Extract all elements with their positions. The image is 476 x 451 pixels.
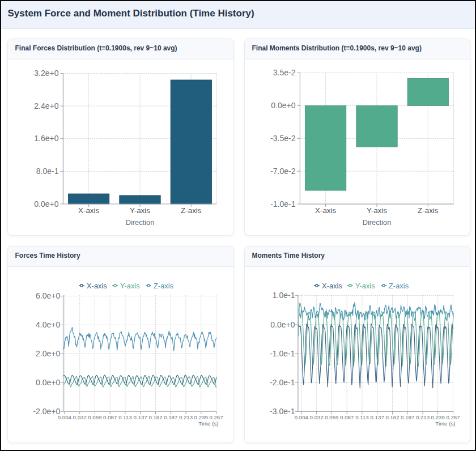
svg-text:-3.0e-1: -3.0e-1 bbox=[270, 407, 295, 416]
svg-text:0.187: 0.187 bbox=[401, 414, 414, 420]
svg-text:1.6e+0: 1.6e+0 bbox=[34, 134, 58, 143]
svg-text:Time (s): Time (s) bbox=[435, 420, 455, 427]
svg-text:0.187: 0.187 bbox=[164, 414, 177, 420]
svg-text:0.0e+0: 0.0e+0 bbox=[36, 378, 60, 387]
svg-text:0.113: 0.113 bbox=[355, 414, 369, 420]
svg-text:Direction: Direction bbox=[126, 218, 155, 227]
svg-text:0.213: 0.213 bbox=[416, 414, 430, 420]
svg-text:-1.0e-1: -1.0e-1 bbox=[270, 349, 295, 358]
svg-text:0.004: 0.004 bbox=[295, 414, 309, 420]
svg-text:0.087: 0.087 bbox=[103, 414, 117, 420]
svg-text:2.4e+0: 2.4e+0 bbox=[34, 101, 58, 110]
svg-text:Y-axis: Y-axis bbox=[355, 282, 375, 290]
svg-text:8.0e-1: 8.0e-1 bbox=[36, 167, 59, 176]
svg-text:-7.0e-2: -7.0e-2 bbox=[270, 167, 296, 176]
svg-text:0.004: 0.004 bbox=[58, 414, 72, 420]
svg-text:Z-axis: Z-axis bbox=[154, 282, 173, 290]
svg-text:0.059: 0.059 bbox=[325, 414, 338, 420]
svg-text:Y-axis: Y-axis bbox=[130, 206, 150, 215]
svg-text:0.137: 0.137 bbox=[134, 414, 147, 420]
svg-text:0.137: 0.137 bbox=[371, 414, 384, 420]
svg-text:-3.5e-2: -3.5e-2 bbox=[270, 134, 296, 143]
svg-text:0.059: 0.059 bbox=[88, 414, 101, 420]
svg-text:4.0e+0: 4.0e+0 bbox=[36, 320, 60, 329]
svg-text:0.267: 0.267 bbox=[446, 414, 460, 420]
svg-text:Y-axis: Y-axis bbox=[367, 206, 387, 215]
svg-text:X-axis: X-axis bbox=[87, 282, 107, 290]
svg-text:-1.0e-1: -1.0e-1 bbox=[270, 199, 296, 209]
svg-text:X-axis: X-axis bbox=[315, 206, 337, 215]
svg-text:0.032: 0.032 bbox=[73, 414, 87, 420]
svg-text:0.213: 0.213 bbox=[179, 414, 193, 420]
svg-text:Time (s): Time (s) bbox=[198, 420, 218, 427]
svg-text:0.0e+0: 0.0e+0 bbox=[270, 320, 295, 329]
svg-text:0.162: 0.162 bbox=[148, 414, 162, 420]
svg-text:Direction: Direction bbox=[363, 218, 392, 227]
svg-text:3.5e-2: 3.5e-2 bbox=[273, 68, 296, 77]
svg-text:2.0e+0: 2.0e+0 bbox=[36, 349, 60, 358]
svg-text:1.0e-1: 1.0e-1 bbox=[273, 291, 295, 300]
svg-text:-2.0e-1: -2.0e-1 bbox=[270, 378, 295, 387]
svg-text:-2.0e+0: -2.0e+0 bbox=[33, 407, 60, 416]
svg-text:0.239: 0.239 bbox=[431, 414, 445, 420]
svg-text:0.0e+0: 0.0e+0 bbox=[34, 199, 58, 209]
svg-text:0.239: 0.239 bbox=[194, 414, 208, 420]
svg-text:Z-axis: Z-axis bbox=[181, 206, 202, 215]
svg-text:0.032: 0.032 bbox=[310, 414, 324, 420]
svg-text:3.2e+0: 3.2e+0 bbox=[34, 69, 58, 78]
svg-text:6.0e+0: 6.0e+0 bbox=[36, 291, 60, 300]
svg-text:0.162: 0.162 bbox=[385, 414, 399, 420]
svg-text:X-axis: X-axis bbox=[78, 206, 100, 215]
svg-text:Z-axis: Z-axis bbox=[418, 206, 439, 215]
svg-text:0.267: 0.267 bbox=[209, 414, 223, 420]
svg-text:0.087: 0.087 bbox=[340, 414, 354, 420]
svg-text:0.0e+0: 0.0e+0 bbox=[271, 101, 295, 110]
svg-text:0.113: 0.113 bbox=[118, 414, 132, 420]
svg-text:Y-axis: Y-axis bbox=[120, 282, 140, 290]
svg-text:Z-axis: Z-axis bbox=[389, 282, 409, 290]
svg-text:X-axis: X-axis bbox=[322, 282, 342, 290]
